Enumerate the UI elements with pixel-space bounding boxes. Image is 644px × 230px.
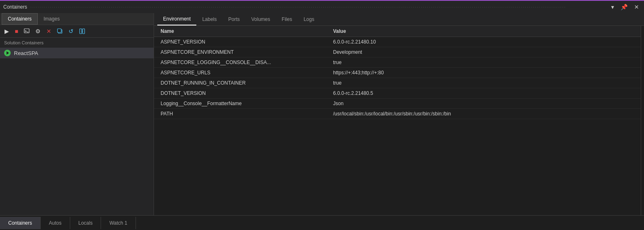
tab-images[interactable]: Images [38,14,65,24]
settings-button[interactable]: ⚙ [33,27,43,36]
tab-logs[interactable]: Logs [298,14,320,25]
svg-rect-3 [58,29,61,32]
table-row[interactable]: ASPNET_VERSION 6.0.0-rc.2.21480.10 [154,37,641,47]
bottom-tab-containers[interactable]: Containers [0,217,41,229]
tab-files[interactable]: Files [276,14,298,25]
title-bar-dots: ········································… [30,5,566,9]
start-button[interactable]: ▶ [2,27,11,36]
env-name-6: Logging__Console__FormatterName [161,101,333,106]
container-name: ReactSPA [14,50,38,56]
table-row[interactable]: DOTNET_VERSION 6.0.0-rc.2.21480.5 [154,88,641,99]
delete-button[interactable]: ✕ [44,27,53,36]
table-row[interactable]: Logging__Console__FormatterName Json [154,99,641,109]
tab-volumes[interactable]: Volumes [246,14,276,25]
table-row[interactable]: ASPNETCORE_ENVIRONMENT Development [154,47,641,58]
panel-title: Containers [3,4,27,10]
table-row[interactable]: PATH /usr/local/sbin:/usr/local/bin:/usr… [154,109,641,119]
tab-environment[interactable]: Environment [157,13,196,25]
dropdown-button[interactable]: ▾ [610,3,616,11]
env-name-5: DOTNET_VERSION [161,90,333,96]
env-value-4: true [333,80,634,86]
tab-ports[interactable]: Ports [223,14,246,25]
env-value-2: true [333,60,634,65]
copy-icon [57,28,63,34]
env-name-2: ASPNETCORE_LOGGING__CONSOLE__DISA... [161,60,333,65]
tab-labels[interactable]: Labels [196,14,222,25]
copy-button[interactable] [55,27,65,35]
env-name-4: DOTNET_RUNNING_IN_CONTAINER [161,80,333,86]
left-tab-bar: Containers Images [0,13,154,25]
col-value-header: Value [333,28,634,34]
container-item-reactspa[interactable]: ReactSPA [0,48,154,58]
env-value-1: Development [333,49,634,55]
table-area: Name Value ASPNET_VERSION 6.0.0-rc.2.214… [154,26,641,215]
close-panel-button[interactable]: ✕ [632,3,641,11]
svg-rect-4 [80,29,82,34]
terminal-icon [24,28,30,34]
env-value-6: Json [333,101,634,106]
env-name-3: ASPNETCORE_URLS [161,70,333,76]
title-bar-right: ▾ 📌 ✕ [610,3,641,11]
title-bar: Containers ·····························… [0,0,644,13]
table-row[interactable]: DOTNET_RUNNING_IN_CONTAINER true [154,78,641,88]
table-row[interactable]: ASPNETCORE_URLS https://+:443;http://+:8… [154,68,641,78]
env-value-5: 6.0.0-rc.2.21480.5 [333,90,634,96]
terminal-button[interactable] [22,27,32,35]
env-value-7: /usr/local/sbin:/usr/local/bin:/usr/sbin… [333,111,634,117]
bottom-tab-locals[interactable]: Locals [70,217,101,229]
right-tab-bar: Environment Labels Ports Volumes Files L… [154,13,644,26]
main-container: Containers Images ▶ ■ ⚙ ✕ ↺ [0,13,644,215]
table-header: Name Value [154,26,641,37]
status-bar: Containers Autos Locals Watch 1 [0,215,644,230]
attach-icon [79,28,85,34]
table-row[interactable]: ASPNETCORE_LOGGING__CONSOLE__DISA... tru… [154,58,641,68]
stop-button[interactable]: ■ [13,27,20,36]
title-bar-left: Containers ·····························… [3,4,566,10]
env-name-7: PATH [161,111,333,117]
scrollbar-track[interactable] [641,26,644,215]
env-name-1: ASPNETCORE_ENVIRONMENT [161,49,333,55]
svg-rect-5 [83,29,85,34]
refresh-button[interactable]: ↺ [67,27,76,36]
left-panel: Containers Images ▶ ■ ⚙ ✕ ↺ [0,13,154,215]
tab-containers[interactable]: Containers [2,13,38,25]
toolbar: ▶ ■ ⚙ ✕ ↺ [0,25,154,38]
right-panel: Environment Labels Ports Volumes Files L… [154,13,644,215]
bottom-tab-watch1[interactable]: Watch 1 [101,217,136,229]
attach-button[interactable] [77,27,87,35]
col-name-header: Name [161,28,333,34]
bottom-tab-autos[interactable]: Autos [41,217,70,229]
pin-button[interactable]: 📌 [619,3,629,11]
env-value-3: https://+:443;http://+:80 [333,70,634,76]
env-value-0: 6.0.0-rc.2.21480.10 [333,39,634,45]
env-name-0: ASPNET_VERSION [161,39,333,45]
table-wrapper: Name Value ASPNET_VERSION 6.0.0-rc.2.214… [154,26,644,215]
solution-containers-header: Solution Containers [0,38,154,48]
running-icon [4,50,11,56]
